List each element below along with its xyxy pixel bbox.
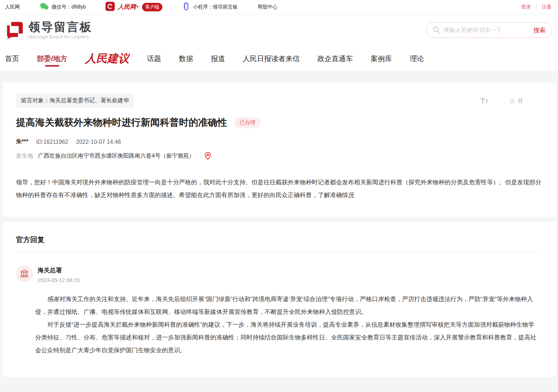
favorite-button[interactable]: ☆ 0	[509, 97, 522, 105]
login-register-divider: |	[536, 4, 537, 10]
status-badge: 已办理	[234, 117, 261, 128]
logo-title: 领导留言板	[28, 21, 92, 33]
reply-agency-block: 海关总署 2023-05-12 08:15	[38, 266, 80, 283]
agency-avatar	[16, 266, 33, 282]
logo-text: 领导留言板 Message Board for Leaders	[28, 21, 92, 40]
page-gap	[0, 71, 558, 82]
reply-paragraph: 感谢对海关工作的关注和支持。近年来，海关先后组织开展“国门绿盾”行动和“跨境电商…	[35, 293, 539, 318]
topbar-left: 人民网 微信号：dfldlyb	[5, 2, 277, 12]
search-button[interactable]: 搜索	[533, 26, 546, 34]
message-target-tag: 留言对象：海关总署党委书记、署长俞建华	[16, 94, 134, 108]
message-id: ID:16211962	[36, 139, 68, 145]
favorite-count: 0	[518, 97, 522, 105]
message-title-row: 提高海关截获外来物种时进行新闻科普时的准确性 已办理	[16, 116, 542, 129]
message-board-logo-icon	[5, 20, 24, 40]
search-input[interactable]	[444, 27, 530, 33]
miniprogram-info[interactable]: 小程序：领导留言板	[182, 2, 238, 12]
site-header: 领导留言板 Message Board for Leaders 搜索	[0, 14, 558, 46]
peoples-daily-app[interactable]: 人民网+ 客户端	[105, 2, 162, 12]
nav-item-case-library[interactable]: 案例库	[371, 46, 392, 71]
reply-datetime: 2023-05-12 08:15	[38, 277, 80, 283]
message-body: 领导，您好！中国海关对境外外来物种的防疫管理一向是十分严格的，我对此十分支持。但…	[16, 176, 542, 202]
message-title: 提高海关截获外来物种时进行新闻科普时的准确性	[16, 116, 227, 129]
miniprogram-label: 小程序：领导留言板	[193, 4, 238, 10]
peoples-daily-app-icon	[105, 2, 115, 12]
reply-paragraph: 对于反馈“进一步提高海关拦截外来物种新闻科普的准确性”的建议，下一步，海关将持续…	[35, 318, 539, 357]
message-location-row: 发生地 广西壮族自治区南宁市西乡塘区衡阳路南六巷4号（振宁雅苑）	[16, 152, 542, 160]
location-label: 发生地	[16, 152, 33, 160]
wechat-label: 微信号：dfldlyb	[52, 4, 86, 10]
wechat-icon	[40, 2, 49, 11]
star-icon: ☆	[509, 97, 516, 105]
app-name: 人民网+	[118, 3, 139, 11]
login-link[interactable]: 登录	[521, 4, 531, 10]
nav-item-ministries[interactable]: 部委/地方	[37, 46, 67, 71]
message-card: 留言对象：海关总署党委书记、署长俞建华 Tt ☆ 0 提高海关截获外来物种时进行…	[2, 82, 556, 217]
nav-item-theory[interactable]: 理论	[410, 46, 424, 71]
miniprogram-icon	[182, 2, 190, 12]
search-icon	[433, 26, 440, 35]
site-logo[interactable]: 领导留言板 Message Board for Leaders	[5, 20, 92, 40]
message-meta: 朱*** ID:16211962 2022-10-07 14:46	[16, 138, 542, 146]
topbar-right: 登录 | 注册	[521, 4, 552, 10]
nav-item-gov-business[interactable]: 政企直通车	[318, 46, 353, 71]
nav-item-peoples-suggestions[interactable]: 人民建议	[85, 46, 129, 71]
reply-section-title: 官方回复	[16, 235, 542, 253]
bank-building-icon	[20, 268, 29, 279]
nav-item-reader-letters[interactable]: 人民日报读者来信	[243, 46, 300, 71]
app-client-badge: 客户端	[142, 3, 162, 11]
nav-item-data[interactable]: 数据	[179, 46, 193, 71]
message-head: 留言对象：海关总署党委书记、署长俞建华 Tt ☆ 0	[16, 94, 542, 108]
official-reply-card: 官方回复 海关总署 2023-05-12 08:15 感谢对海关工作的关注和支持…	[2, 222, 556, 377]
location-pin-icon[interactable]	[205, 152, 211, 160]
reply-agency-name: 海关总署	[38, 266, 80, 274]
message-author: 朱***	[16, 138, 28, 146]
help-center-link[interactable]: 帮助中心	[258, 4, 277, 10]
message-tools: Tt ☆ 0	[481, 97, 522, 105]
wechat-info: 微信号：dfldlyb	[40, 2, 86, 11]
search-box: 搜索	[426, 22, 552, 38]
reply-body: 感谢对海关工作的关注和支持。近年来，海关先后组织开展“国门绿盾”行动和“跨境电商…	[16, 293, 542, 357]
nav-item-reports[interactable]: 报道	[211, 46, 225, 71]
location-value: 广西壮族自治区南宁市西乡塘区衡阳路南六巷4号（振宁雅苑）	[38, 152, 195, 160]
reply-head: 海关总署 2023-05-12 08:15	[16, 266, 542, 283]
nav-item-topics[interactable]: 话题	[147, 46, 161, 71]
main-nav: 首页 部委/地方 人民建议 话题 数据 报道 人民日报读者来信 政企直通车 案例…	[0, 46, 558, 71]
message-datetime: 2022-10-07 14:46	[76, 139, 121, 145]
nav-item-home[interactable]: 首页	[5, 46, 19, 71]
font-size-icon[interactable]: Tt	[481, 97, 488, 105]
logo-subtitle: Message Board for Leaders	[28, 34, 92, 39]
card-gap	[0, 217, 558, 222]
peoples-net-link[interactable]: 人民网	[5, 4, 20, 10]
register-link[interactable]: 注册	[542, 4, 552, 10]
topbar: 人民网 微信号：dfldlyb	[0, 0, 558, 14]
